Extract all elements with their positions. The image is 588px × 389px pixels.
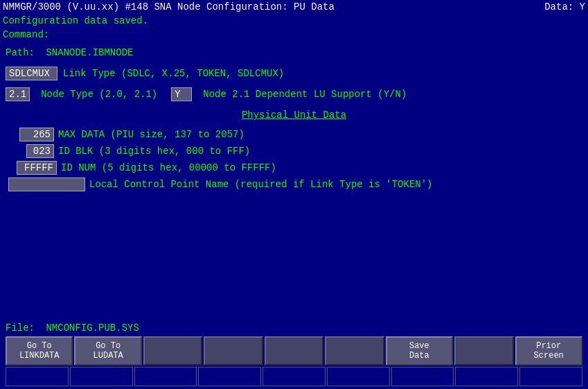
fkey-bottom-5 [262, 367, 326, 386]
fkey-f2[interactable]: Go To LUDATA [74, 336, 141, 365]
fkey-bottom-6 [327, 367, 390, 386]
fkey-f4 [204, 336, 262, 365]
command-area: Command: [0, 28, 588, 42]
node-type-group: 2.1 Node Type (2.0, 2.1) [6, 87, 157, 101]
link-type-row: SDLCMUX Link Type (SDLC, X.25, TOKEN, SD… [6, 67, 582, 80]
fkey-f3 [143, 336, 202, 365]
fkey-f2-line1: Go To [96, 341, 121, 351]
fkey-bottom-8 [455, 367, 518, 386]
node-type-label: Node Type (2.0, 2.1) [41, 89, 157, 100]
id-blk-label: ID BLK (3 digits hex, 000 to FFF) [58, 146, 250, 157]
fkey-bottom-3 [134, 367, 197, 386]
max-data-field[interactable]: 265 [19, 128, 54, 141]
local-cp-row: Local Control Point Name (required if Li… [8, 178, 582, 191]
max-data-label: MAX DATA (PIU size, 137 to 2057) [58, 129, 244, 140]
main-screen: NMMGR/3000 (V.uu.xx) #148 SNA Node Confi… [0, 0, 588, 389]
fkey-f1-line1: Go To [27, 341, 52, 351]
command-label: Command: [3, 29, 49, 40]
fkey-bottom-1 [6, 367, 69, 386]
fkey-f9[interactable]: Prior Screen [515, 336, 582, 365]
path-line: Path: SNANODE.IBMNODE [6, 47, 582, 58]
title-text: NMMGR/3000 (V.uu.xx) #148 SNA Node Confi… [3, 1, 335, 12]
dependent-lu-label: Node 2.1 Dependent LU Support (Y/N) [203, 89, 407, 100]
data-indicator: Data: Y [544, 1, 585, 12]
section-title: Physical Unit Data [6, 110, 582, 121]
node-type-row: 2.1 Node Type (2.0, 2.1) Y Node 2.1 Depe… [6, 87, 582, 101]
fkey-bottom-9 [519, 367, 582, 386]
link-type-label: Link Type (SDLC, X.25, TOKEN, SDLCMUX) [63, 68, 284, 79]
fkey-f1-line2: LINKDATA [19, 351, 60, 361]
max-data-row: 265 MAX DATA (PIU size, 137 to 2057) [19, 128, 582, 141]
fkey-f9-line1: Prior [536, 341, 561, 351]
dependent-lu-field[interactable]: Y [171, 87, 192, 101]
file-value: NMCONFIG.PUB.SYS [46, 322, 139, 334]
fkey-bottom-4 [198, 367, 261, 386]
fkey-row-1: Go To LINKDATA Go To LUDATA Save Data Pr… [6, 336, 582, 365]
fkey-f1[interactable]: Go To LINKDATA [6, 336, 73, 365]
fkey-f6 [325, 336, 384, 365]
id-num-label: ID NUM (5 digits hex, 00000 to FFFFF) [61, 162, 276, 173]
title-bar: NMMGR/3000 (V.uu.xx) #148 SNA Node Confi… [0, 0, 588, 14]
fkey-f5 [265, 336, 323, 365]
fkey-bottom-2 [70, 367, 133, 386]
id-num-field[interactable]: FFFFF [17, 161, 57, 175]
fkey-f7[interactable]: Save Data [386, 336, 453, 365]
bottom-area: File: NMCONFIG.PUB.SYS Go To LINKDATA Go… [0, 320, 588, 389]
fkey-f2-line2: LUDATA [93, 351, 123, 361]
id-blk-field[interactable]: 023 [26, 144, 54, 158]
local-cp-field[interactable] [8, 178, 85, 191]
fkey-f7-line1: Save [409, 341, 429, 351]
status-message: Configuration data saved. [0, 14, 588, 28]
id-blk-row: 023 ID BLK (3 digits hex, 000 to FFF) [26, 144, 582, 158]
link-type-field[interactable]: SDLCMUX [6, 67, 57, 80]
id-num-row: FFFFF ID NUM (5 digits hex, 00000 to FFF… [17, 161, 582, 175]
command-input[interactable] [55, 29, 194, 40]
file-label: File: [6, 322, 35, 334]
path-value: SNANODE.IBMNODE [46, 47, 133, 58]
fkey-f7-line2: Data [409, 351, 429, 361]
file-line: File: NMCONFIG.PUB.SYS [6, 322, 582, 334]
fkey-f8 [454, 336, 513, 365]
main-content: Path: SNANODE.IBMNODE SDLCMUX Link Type … [0, 44, 588, 320]
dependent-lu-group: Y Node 2.1 Dependent LU Support (Y/N) [171, 87, 407, 101]
path-label: Path: [6, 47, 35, 58]
fkey-f9-line2: Screen [534, 351, 564, 361]
node-type-field[interactable]: 2.1 [6, 87, 30, 101]
fkey-bottom-7 [391, 367, 454, 386]
fkey-row-2 [6, 367, 582, 386]
local-cp-label: Local Control Point Name (required if Li… [89, 179, 433, 190]
